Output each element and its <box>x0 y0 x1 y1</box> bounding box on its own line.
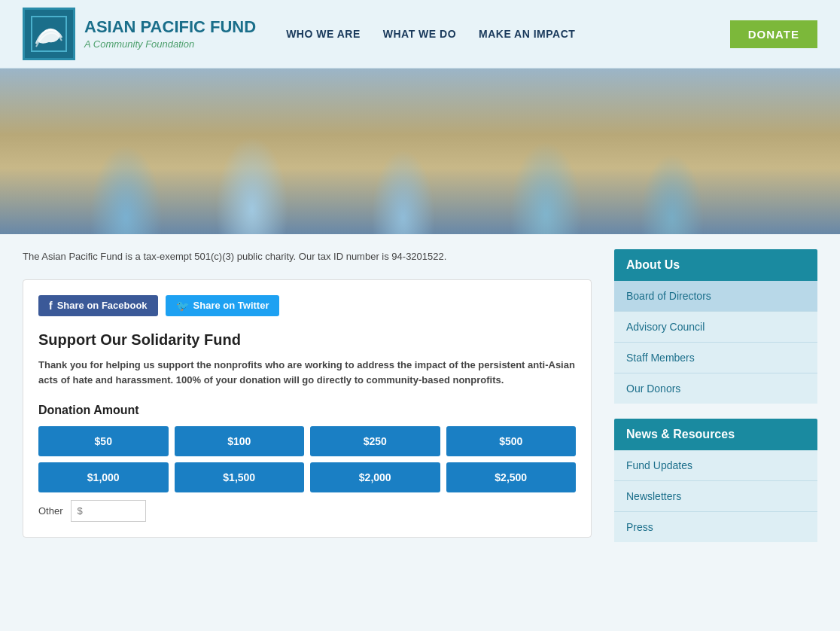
nav-what-we-do[interactable]: WHAT WE DO <box>383 28 456 40</box>
donate-button[interactable]: DONATE <box>730 20 817 48</box>
about-us-header: About Us <box>614 249 817 281</box>
amount-btn-250[interactable]: $250 <box>310 426 440 456</box>
about-us-section: About Us Board of Directors Advisory Cou… <box>614 249 817 404</box>
main-nav: WHO WE ARE WHAT WE DO MAKE AN IMPACT DON… <box>286 20 817 48</box>
amount-btn-2000[interactable]: $2,000 <box>310 462 440 492</box>
logo-icon <box>23 8 75 60</box>
facebook-icon: f <box>49 300 53 312</box>
amount-btn-1000[interactable]: $1,000 <box>38 462 169 492</box>
nav-who-we-are[interactable]: WHO WE ARE <box>286 28 361 40</box>
logo-title: ASIAN PACIFIC FUND <box>84 18 256 36</box>
other-amount-input[interactable] <box>71 500 146 522</box>
share-facebook-button[interactable]: f Share on Facebook <box>38 295 158 316</box>
sidebar-item-fund-updates[interactable]: Fund Updates <box>614 450 817 481</box>
tax-info-text: The Asian Pacific Fund is a tax-exempt 5… <box>23 249 592 264</box>
sidebar-item-board-of-directors[interactable]: Board of Directors <box>614 281 817 312</box>
sidebar-item-our-donors[interactable]: Our Donors <box>614 373 817 404</box>
left-column: The Asian Pacific Fund is a tax-exempt 5… <box>23 249 592 557</box>
amount-btn-100[interactable]: $100 <box>175 426 305 456</box>
hero-image <box>0 69 840 234</box>
logo-text: ASIAN PACIFIC FUND A Community Foundatio… <box>84 18 256 49</box>
logo-subtitle: A Community Foundation <box>84 38 256 50</box>
share-twitter-label: Share on Twitter <box>193 300 269 311</box>
donation-amount-label: Donation Amount <box>38 404 576 417</box>
hero-scene <box>0 69 840 234</box>
twitter-icon: 🐦 <box>176 300 189 312</box>
news-resources-header: News & Resources <box>614 419 817 450</box>
fund-title: Support Our Solidarity Fund <box>38 331 576 349</box>
fund-description: Thank you for helping us support the non… <box>38 358 576 389</box>
donation-card: f Share on Facebook 🐦 Share on Twitter S… <box>23 279 592 538</box>
site-header: ASIAN PACIFIC FUND A Community Foundatio… <box>0 0 840 69</box>
share-twitter-button[interactable]: 🐦 Share on Twitter <box>166 295 280 316</box>
right-sidebar: About Us Board of Directors Advisory Cou… <box>614 249 817 557</box>
amount-btn-50[interactable]: $50 <box>38 426 169 456</box>
sidebar-item-advisory-council[interactable]: Advisory Council <box>614 312 817 343</box>
nav-make-an-impact[interactable]: MAKE AN IMPACT <box>479 28 575 40</box>
sidebar-item-staff-members[interactable]: Staff Members <box>614 343 817 373</box>
share-facebook-label: Share on Facebook <box>57 300 148 311</box>
amount-grid: $50 $100 $250 $500 $1,000 $1,500 $2,000 … <box>38 426 576 492</box>
logo-link[interactable]: ASIAN PACIFIC FUND A Community Foundatio… <box>23 8 256 60</box>
amount-btn-500[interactable]: $500 <box>446 426 577 456</box>
main-content: The Asian Pacific Fund is a tax-exempt 5… <box>0 234 840 572</box>
amount-btn-1500[interactable]: $1,500 <box>175 462 305 492</box>
logo-svg <box>30 15 68 53</box>
sidebar-item-newsletters[interactable]: Newsletters <box>614 481 817 512</box>
sidebar-item-press[interactable]: Press <box>614 512 817 542</box>
other-amount-row: Other <box>38 500 576 522</box>
amount-btn-2500[interactable]: $2,500 <box>446 462 577 492</box>
news-resources-section: News & Resources Fund Updates Newsletter… <box>614 419 817 542</box>
other-label: Other <box>38 505 63 517</box>
share-buttons-row: f Share on Facebook 🐦 Share on Twitter <box>38 295 576 316</box>
